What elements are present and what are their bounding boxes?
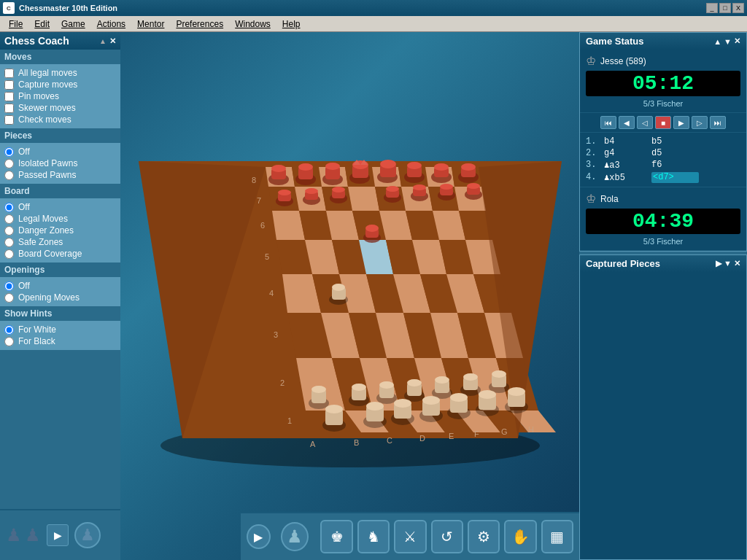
svg-point-158 bbox=[325, 405, 343, 413]
toolbar-btn-board[interactable]: ▦ bbox=[541, 520, 573, 553]
menu-preferences[interactable]: Preferences bbox=[170, 18, 229, 31]
toolbar-btn-hand[interactable]: ✋ bbox=[504, 520, 536, 553]
svg-marker-13 bbox=[348, 187, 379, 211]
chess-coach-collapse[interactable]: ▲ bbox=[99, 37, 107, 45]
svg-text:3: 3 bbox=[274, 330, 278, 339]
svg-point-152 bbox=[463, 373, 478, 381]
svg-point-132 bbox=[365, 225, 379, 232]
main-layout: Chess Coach ▲ ✕ Moves All legal moves Ca… bbox=[0, 32, 747, 560]
btn-next-move[interactable]: ▶ bbox=[673, 116, 689, 129]
game-status-controls: ▲ ▼ ✕ bbox=[713, 36, 740, 46]
player2-rating: 5/3 Fischer bbox=[586, 237, 740, 246]
toolbar-btn-analysis[interactable]: ⚙ bbox=[468, 520, 500, 553]
toolbar-btn-pieces[interactable]: ♞ bbox=[357, 520, 390, 553]
btn-next-fast[interactable]: ▷ bbox=[692, 116, 708, 129]
king-icon: ♚ bbox=[330, 528, 344, 545]
btn-stop[interactable]: ■ bbox=[655, 116, 671, 129]
radio-openings-off[interactable]: Off bbox=[4, 280, 116, 292]
check-pin-moves[interactable]: Pin moves bbox=[4, 90, 116, 102]
game-status-title: Game Status bbox=[586, 36, 643, 47]
menu-help[interactable]: Help bbox=[276, 18, 306, 31]
captured-expand[interactable]: ▶ bbox=[716, 259, 721, 268]
svg-point-143 bbox=[379, 381, 394, 389]
radio-opening-moves[interactable]: Opening Moves bbox=[4, 292, 116, 303]
toolbar-btn-attack[interactable]: ⚔ bbox=[394, 520, 426, 553]
svg-point-120 bbox=[386, 186, 399, 192]
toolbar-btn-moves[interactable]: ↺ bbox=[431, 520, 463, 553]
game-status-arrow[interactable]: ▲ bbox=[713, 37, 721, 46]
radio-danger-zones[interactable]: Danger Zones bbox=[4, 225, 116, 236]
right-panel: Game Status ▲ ▼ ✕ ♔ Jesse (589) 05:12 5/… bbox=[579, 32, 747, 560]
settings-pawn-icon: ♟ bbox=[80, 526, 95, 545]
nav-play-button[interactable]: ▶ bbox=[47, 524, 69, 546]
close-window-button[interactable]: X bbox=[732, 3, 744, 13]
board-container: 8 7 6 5 4 3 2 1 A B C D E F G H bbox=[128, 54, 572, 509]
btn-first-move[interactable]: ⏮ bbox=[600, 116, 616, 129]
radio-for-white[interactable]: For White bbox=[4, 324, 116, 335]
radio-for-black[interactable]: For Black bbox=[4, 335, 116, 347]
minimize-button[interactable]: _ bbox=[706, 3, 718, 13]
game-status-close[interactable]: ✕ bbox=[734, 36, 740, 46]
btn-prev-fast[interactable]: ◁ bbox=[637, 116, 653, 129]
board-section-header: Board bbox=[0, 184, 120, 198]
pawn-icon-light: ♟ bbox=[25, 525, 41, 545]
attack-icon: ⚔ bbox=[403, 528, 417, 545]
left-panel: Chess Coach ▲ ✕ Moves All legal moves Ca… bbox=[0, 32, 120, 560]
coach-icon: ♟ bbox=[287, 526, 303, 547]
radio-passed-pawns[interactable]: Passed Pawns bbox=[4, 169, 116, 181]
player2-section: ♔ Rola 04:39 5/3 Fischer bbox=[580, 187, 746, 251]
check-all-legal-moves[interactable]: All legal moves bbox=[4, 67, 116, 79]
openings-section-body: Off Opening Moves bbox=[0, 277, 120, 306]
move-row-1: 1. b4 b5 bbox=[586, 136, 740, 147]
title-bar: C Chessmaster 10th Edition _ □ X bbox=[0, 0, 747, 16]
captured-close[interactable]: ✕ bbox=[734, 259, 740, 268]
maximize-button[interactable]: □ bbox=[719, 3, 731, 13]
player2-name: ♔ Rola bbox=[586, 192, 740, 206]
chess-board-svg: 8 7 6 5 4 3 2 1 A B C D E F G H bbox=[139, 88, 562, 475]
menu-mentor[interactable]: Mentor bbox=[131, 18, 170, 31]
svg-point-167 bbox=[422, 396, 440, 405]
svg-text:E: E bbox=[449, 432, 454, 440]
check-capture-moves[interactable]: Capture moves bbox=[4, 79, 116, 90]
board-icon: ▦ bbox=[550, 528, 564, 545]
radio-safe-zones[interactable]: Safe Zones bbox=[4, 236, 116, 248]
nav-play-button[interactable]: ▶ bbox=[247, 524, 271, 549]
radio-legal-moves[interactable]: Legal Moves bbox=[4, 213, 116, 225]
captured-min[interactable]: ▼ bbox=[724, 259, 732, 268]
svg-point-99 bbox=[380, 160, 396, 168]
check-check-moves[interactable]: Check moves bbox=[4, 114, 116, 125]
check-skewer-moves[interactable]: Skewer moves bbox=[4, 102, 116, 114]
moves-section: Moves All legal moves Capture moves Pin … bbox=[0, 50, 120, 128]
menu-game[interactable]: Game bbox=[55, 18, 91, 31]
pieces-section: Pieces Off Isolated Pawns Passed Pawns bbox=[0, 128, 120, 184]
play-icon: ▶ bbox=[54, 529, 62, 541]
chess-coach-close[interactable]: ✕ bbox=[109, 36, 116, 46]
radio-board-coverage[interactable]: Board Coverage bbox=[4, 248, 116, 260]
btn-last-move[interactable]: ⏭ bbox=[710, 116, 726, 129]
game-status-panel: Game Status ▲ ▼ ✕ ♔ Jesse (589) 05:12 5/… bbox=[579, 32, 747, 252]
moves-section-body: All legal moves Capture moves Pin moves … bbox=[0, 64, 120, 128]
player1-timer: 05:12 bbox=[586, 71, 740, 96]
svg-text:4: 4 bbox=[269, 289, 274, 298]
svg-point-123 bbox=[413, 184, 426, 190]
menu-file[interactable]: File bbox=[3, 18, 28, 31]
menu-windows[interactable]: Windows bbox=[229, 18, 276, 31]
show-hints-header: Show Hints bbox=[0, 306, 120, 321]
game-status-min[interactable]: ▼ bbox=[724, 37, 732, 46]
chess-coach-header: Chess Coach ▲ ✕ bbox=[0, 32, 120, 50]
show-hints-section: Show Hints For White For Black bbox=[0, 306, 120, 350]
radio-pieces-off[interactable]: Off bbox=[4, 146, 116, 158]
title-controls: _ □ X bbox=[706, 3, 744, 13]
radio-isolated-pawns[interactable]: Isolated Pawns bbox=[4, 158, 116, 169]
btn-prev-move[interactable]: ◀ bbox=[619, 116, 635, 129]
settings-button[interactable]: ♟ bbox=[74, 522, 101, 548]
coach-pawn-button[interactable]: ♟ bbox=[281, 522, 309, 551]
menu-edit[interactable]: Edit bbox=[28, 18, 55, 31]
menu-actions[interactable]: Actions bbox=[91, 18, 131, 31]
game-status-header: Game Status ▲ ▼ ✕ bbox=[580, 33, 746, 50]
svg-point-140 bbox=[352, 384, 366, 391]
toolbar-btn-king[interactable]: ♚ bbox=[320, 520, 352, 553]
radio-board-off[interactable]: Off bbox=[4, 201, 116, 213]
svg-point-126 bbox=[440, 184, 453, 190]
svg-text:1: 1 bbox=[287, 416, 292, 425]
